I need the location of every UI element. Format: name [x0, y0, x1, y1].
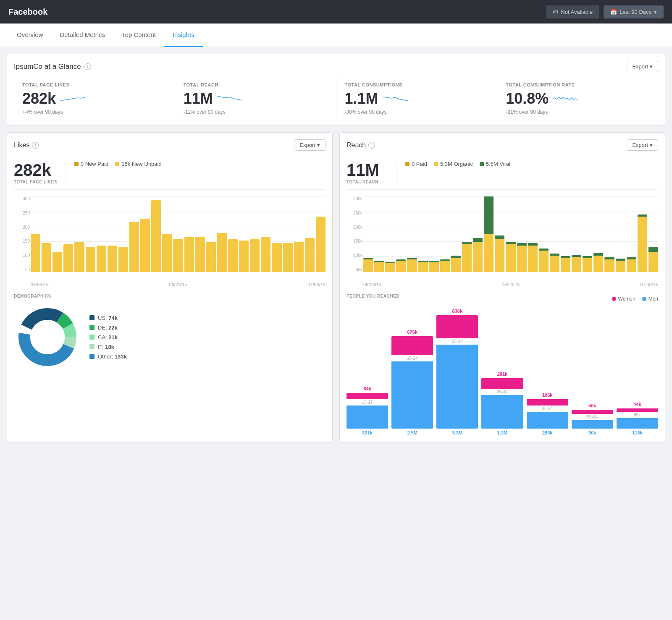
tab-insights[interactable]: Insights	[164, 24, 203, 47]
reached-legend: Women Men	[612, 296, 658, 302]
sparkline-reach	[217, 94, 242, 104]
men-bar	[572, 420, 613, 429]
women-bar	[481, 378, 523, 389]
bar	[74, 242, 84, 272]
stacked-bar	[517, 243, 527, 272]
legend-ca: CA: 21k	[89, 334, 127, 340]
bar	[217, 233, 227, 272]
reach-info-icon[interactable]: i	[368, 142, 375, 149]
tab-top-content[interactable]: Top Content	[113, 24, 164, 47]
stacked-bar	[473, 238, 483, 272]
legend-dot-viral	[480, 162, 484, 166]
age-group: 281k35-441.2M	[481, 371, 523, 435]
bar	[272, 243, 281, 272]
reach-total-value: 11M	[346, 161, 388, 180]
age-group: 44k65+118k	[617, 402, 658, 435]
metric-total-page-likes: Total Page Likes 282k +4% over 90 days	[14, 79, 175, 118]
likes-export-button[interactable]: Export ▾	[294, 139, 326, 151]
bar	[184, 237, 194, 272]
tab-overview[interactable]: Overview	[8, 24, 52, 47]
stacked-bar	[604, 257, 614, 272]
calendar-icon: 📅	[610, 9, 617, 15]
nav-tabs: Overview Detailed Metrics Top Content In…	[0, 24, 672, 47]
metric-total-consumptions: Total Consumptions 1.1M -30% over 90 day…	[336, 79, 498, 118]
men-bar	[527, 412, 568, 429]
stacked-bar	[484, 196, 494, 272]
bar	[206, 242, 216, 272]
metric-change-consumptions: -30% over 90 days	[345, 109, 489, 115]
stacked-bar	[363, 258, 373, 272]
stacked-bar	[539, 249, 549, 272]
people-reached-title: People You Reached	[346, 294, 399, 298]
tab-detailed-metrics[interactable]: Detailed Metrics	[52, 24, 114, 47]
women-bar	[346, 393, 388, 399]
stacked-bar	[374, 261, 384, 272]
women-bar	[527, 399, 568, 405]
reach-total-label: Total Reach	[346, 180, 388, 184]
date-range-button[interactable]: 📅 Last 90 Days ▾	[604, 5, 664, 18]
age-group: 58k55-6490k	[572, 403, 613, 435]
likes-header: Likes i Export ▾	[14, 139, 326, 151]
women-bar	[617, 408, 658, 412]
glance-header: IpsumCo at a Glance i Export ▾	[14, 61, 658, 72]
demographics-row: US: 74k DE: 22k CA: 21k IT: 18k	[14, 303, 326, 371]
likes-title: Likes i	[14, 141, 39, 149]
bar	[151, 200, 161, 272]
stacked-bar	[429, 261, 439, 272]
not-available-button[interactable]: 🏷 Not Available	[546, 5, 599, 18]
bar	[283, 243, 293, 272]
bar	[97, 246, 106, 272]
stacked-bar	[385, 262, 395, 272]
sparkline-rate	[553, 94, 578, 104]
bar	[129, 222, 139, 272]
glance-export-button[interactable]: Export ▾	[627, 61, 658, 72]
stacked-bar	[418, 261, 428, 272]
metric-value-consumptions: 1.1M	[345, 90, 378, 107]
reach-header: Reach i Export ▾	[346, 139, 658, 151]
glance-info-icon[interactable]: i	[84, 63, 91, 70]
donut-chart	[14, 303, 81, 371]
likes-legend: 0 New Paid 15k New Unpaid	[66, 161, 162, 167]
people-reached-section: People You Reached Women Men 84k13-17321…	[346, 294, 658, 435]
likes-info-icon[interactable]: i	[32, 142, 39, 149]
stacked-bar	[451, 256, 461, 272]
stacked-bar	[593, 253, 603, 272]
metric-total-reach: Total Reach 11M -12% over 90 days	[175, 79, 336, 118]
glance-title: IpsumCo at a Glance i	[14, 63, 91, 71]
chevron-down-icon: ▾	[654, 9, 657, 15]
legend-dot-paid	[405, 162, 410, 166]
bar	[228, 239, 238, 272]
bar	[108, 246, 117, 272]
men-dot	[642, 297, 646, 301]
likes-big-stat: 282k Total Page Likes	[14, 161, 66, 184]
reach-export-button[interactable]: Export ▾	[627, 139, 658, 151]
bar	[305, 238, 315, 272]
legend-dot-paid	[74, 162, 79, 166]
chevron-down-icon: ▾	[317, 142, 320, 148]
legend-new-paid: 0 New Paid	[74, 161, 108, 167]
legend-dot-organic	[434, 162, 438, 166]
legend-organic: 5.3M Organic	[434, 161, 473, 167]
chevron-down-icon: ▾	[650, 142, 653, 148]
women-bar	[436, 315, 478, 338]
bar	[86, 247, 95, 272]
likes-total-label: Total Page Likes	[14, 180, 57, 184]
stacked-bar	[407, 258, 417, 272]
reach-bar-chart: 300k 250k 200k 150k 100k 50k 06/09/15 06…	[346, 196, 658, 287]
bar	[162, 234, 172, 272]
reach-big-stat: 11M Total Reach	[346, 161, 397, 184]
bar	[250, 239, 260, 272]
bar	[52, 252, 62, 272]
glance-card: IpsumCo at a Glance i Export ▾ Total Pag…	[7, 54, 665, 126]
men-bar	[346, 405, 388, 429]
legend-us: US: 74k	[89, 315, 127, 321]
stacked-bar	[528, 243, 538, 272]
legend-men: Men	[642, 296, 658, 302]
bar	[140, 219, 150, 272]
reach-legend: 0 Paid 5.3M Organic 5.5M Viral	[397, 161, 510, 167]
tag-icon: 🏷	[553, 9, 558, 15]
stacked-bar	[572, 255, 581, 272]
metric-change-likes: +4% over 90 days	[22, 109, 166, 115]
likes-total-value: 282k	[14, 161, 57, 180]
sparkline-consumptions	[383, 94, 408, 104]
